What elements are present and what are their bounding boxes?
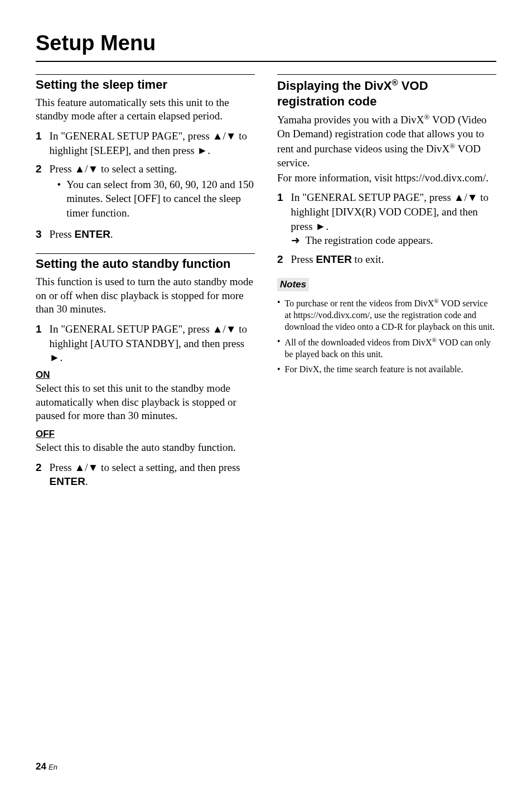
step-text: to select a setting, and then press	[98, 462, 240, 473]
step-text: to exit.	[352, 253, 384, 265]
option-on-label: ON	[36, 369, 255, 381]
note-item: • For DivX, the time search feature is n…	[277, 364, 496, 376]
step-text: .	[207, 145, 210, 156]
chapter-title: Setup Menu	[36, 31, 496, 55]
step-body: In "GENERAL SETUP PAGE", press ▲/▼ to hi…	[50, 322, 255, 365]
step-row: 1 In "GENERAL SETUP PAGE", press ▲/▼ to …	[36, 129, 255, 157]
bullet-text: You can select from 30, 60, 90, 120 and …	[66, 177, 255, 220]
up-icon: ▲	[212, 323, 223, 335]
enter-label: ENTER	[316, 253, 351, 265]
notes-heading: Notes	[277, 278, 309, 291]
step-text: to select a setting.	[98, 163, 177, 175]
note-item: • To purchase or rent the videos from Di…	[277, 297, 496, 333]
page-footer: 24 En	[36, 761, 57, 772]
step-number: 3	[36, 227, 42, 242]
right-column: Displaying the DivX® VOD registration co…	[277, 74, 496, 493]
section-heading-auto-standby: Setting the auto standby function	[36, 256, 255, 272]
up-icon: ▲	[212, 130, 223, 142]
registered-icon: ®	[449, 142, 455, 150]
down-icon: ▼	[226, 323, 236, 335]
option-off-label: OFF	[36, 429, 255, 440]
step-body: Press ▲/▼ to select a setting. • You can…	[50, 162, 255, 223]
step-text: .	[85, 475, 88, 487]
step-text: Press	[291, 253, 316, 265]
section-heading-divx: Displaying the DivX® VOD registration co…	[277, 77, 496, 109]
enter-label: ENTER	[74, 228, 110, 240]
step-row: 3 Press ENTER.	[36, 227, 255, 242]
step-row: 1 In "GENERAL SETUP PAGE", press ▲/▼ to …	[36, 322, 255, 365]
step-row: 2 Press ▲/▼ to select a setting, and the…	[36, 460, 255, 489]
up-icon: ▲	[454, 191, 465, 203]
note-text: All of the downloaded videos from DivX® …	[285, 336, 496, 360]
down-icon: ▼	[467, 191, 478, 203]
registered-icon: ®	[434, 297, 439, 304]
intro-paragraph: This feature automatically sets this uni…	[36, 96, 255, 123]
note-text: For DivX, the time search feature is not…	[285, 364, 463, 376]
step-text: .	[110, 228, 113, 240]
step-number: 1	[36, 129, 42, 157]
play-icon: ►	[197, 145, 208, 156]
bullet-icon: •	[277, 364, 280, 376]
up-icon: ▲	[74, 163, 85, 175]
bullet-icon: •	[277, 336, 280, 360]
step-text: Press	[50, 462, 75, 473]
step-body: Press ENTER to exit.	[291, 252, 496, 267]
bullet-icon: •	[277, 297, 280, 333]
step-body: Press ENTER.	[50, 227, 255, 242]
right-arrow-icon: ➜	[291, 233, 300, 248]
section-rule	[36, 74, 255, 75]
note-text: To purchase or rent the videos from DivX…	[285, 297, 496, 333]
step-row: 2 Press ENTER to exit.	[277, 252, 496, 267]
heading-text: Displaying the DivX	[277, 79, 391, 93]
registered-icon: ®	[391, 78, 398, 87]
step-number: 2	[36, 162, 42, 223]
result-row: ➜ The registration code appears.	[291, 233, 496, 248]
intro-paragraph: For more information, visit https://vod.…	[277, 171, 496, 185]
step-text: Press	[50, 163, 75, 175]
up-icon: ▲	[74, 462, 85, 473]
enter-label: ENTER	[50, 475, 85, 487]
step-text: In "GENERAL SETUP PAGE", press	[50, 323, 212, 335]
down-icon: ▼	[226, 130, 236, 142]
body-text: Yamaha provides you with a DivX	[277, 114, 424, 126]
page-number: 24	[36, 761, 46, 772]
step-text: .	[326, 220, 328, 232]
option-body: Select this to disable the auto standby …	[36, 441, 255, 455]
step-text: In "GENERAL SETUP PAGE", press	[50, 130, 212, 142]
step-body: In "GENERAL SETUP PAGE", press ▲/▼ to hi…	[50, 129, 255, 157]
step-text: Press	[50, 228, 75, 240]
bullet-row: • You can select from 30, 60, 90, 120 an…	[57, 177, 255, 220]
step-row: 1 In "GENERAL SETUP PAGE", press ▲/▼ to …	[277, 190, 496, 248]
section-rule	[277, 74, 496, 75]
two-column-layout: Setting the sleep timer This feature aut…	[36, 74, 496, 493]
chapter-rule	[36, 61, 496, 62]
section-heading-sleep-timer: Setting the sleep timer	[36, 77, 255, 93]
play-icon: ►	[315, 220, 326, 232]
step-number: 1	[277, 190, 283, 248]
note-text: To purchase or rent the videos from DivX	[285, 299, 434, 308]
step-row: 2 Press ▲/▼ to select a setting. • You c…	[36, 162, 255, 223]
play-icon: ►	[50, 352, 60, 363]
intro-paragraph: Yamaha provides you with a DivX® VOD (Vi…	[277, 112, 496, 170]
step-body: In "GENERAL SETUP PAGE", press ▲/▼ to hi…	[291, 190, 496, 248]
option-body: Select this to set this unit to the stan…	[36, 382, 255, 423]
step-text: .	[60, 352, 62, 363]
intro-paragraph: This function is used to turn the auto s…	[36, 275, 255, 316]
note-item: • All of the downloaded videos from DivX…	[277, 336, 496, 360]
step-number: 1	[36, 322, 42, 365]
down-icon: ▼	[88, 163, 99, 175]
left-column: Setting the sleep timer This feature aut…	[36, 74, 255, 493]
step-number: 2	[277, 252, 283, 267]
step-number: 2	[36, 460, 42, 489]
step-body: Press ▲/▼ to select a setting, and then …	[50, 460, 255, 489]
registered-icon: ®	[424, 113, 430, 121]
bullet-icon: •	[57, 177, 61, 220]
section-rule	[36, 253, 255, 254]
result-text: The registration code appears.	[306, 233, 433, 248]
step-text: In "GENERAL SETUP PAGE", press	[291, 191, 454, 203]
note-text: All of the downloaded videos from DivX	[285, 338, 432, 348]
down-icon: ▼	[88, 462, 99, 473]
registered-icon: ®	[432, 336, 437, 343]
page-lang: En	[49, 763, 57, 771]
